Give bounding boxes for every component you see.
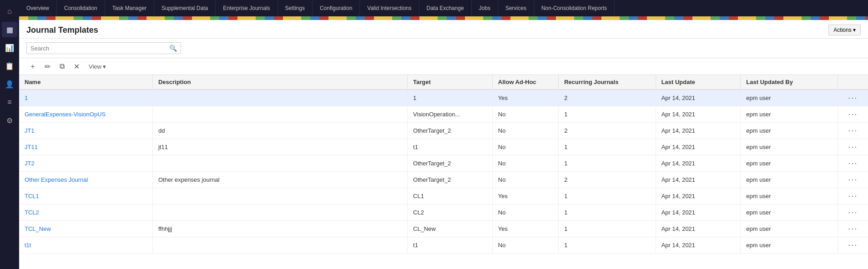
nav-consolidation[interactable]: Consolidation <box>57 0 105 16</box>
row-name-link[interactable]: Other Expenses Journal <box>25 176 88 183</box>
row-target: CL2 <box>408 204 493 221</box>
col-header-last-updated-by: Last Updated By <box>741 75 838 90</box>
row-name-link[interactable]: t1t <box>25 242 31 249</box>
sidebar-home-icon[interactable]: ⌂ <box>2 4 17 19</box>
table-row[interactable]: JT11jt11t1No1Apr 14, 2021epm user··· <box>19 139 868 155</box>
more-options-icon[interactable]: ··· <box>843 191 863 201</box>
row-name-link[interactable]: TCL1 <box>25 193 39 199</box>
add-button[interactable]: ＋ <box>26 60 39 73</box>
row-name-link[interactable]: 1 <box>25 95 28 101</box>
more-options-icon[interactable]: ··· <box>843 142 863 152</box>
table-row[interactable]: JT2OtherTarget_2No1Apr 14, 2021epm user·… <box>19 155 868 172</box>
row-description: dd <box>152 123 407 139</box>
row-allow-adhoc: No <box>492 123 558 139</box>
more-options-icon[interactable]: ··· <box>843 240 863 250</box>
more-options-icon[interactable]: ··· <box>843 224 863 234</box>
table-row[interactable]: t1tt1No1Apr 14, 2021epm user··· <box>19 237 868 254</box>
page-content: Journal Templates Actions ▾ 🔍 ＋ ✏ ⧉ ✕ Vi… <box>19 20 868 269</box>
table-row[interactable]: JT1ddOtherTarget_2No2Apr 14, 2021epm use… <box>19 123 868 139</box>
table-row[interactable]: TCL2CL2No1Apr 14, 2021epm user··· <box>19 204 868 221</box>
nav-settings[interactable]: Settings <box>278 0 313 16</box>
row-recurring-journals: 1 <box>559 221 656 237</box>
nav-non-consolidation-reports[interactable]: Non-Consolidation Reports <box>534 0 615 16</box>
table-row[interactable]: 11Yes2Apr 14, 2021epm user··· <box>19 90 868 106</box>
table-row[interactable]: GeneralExpenses-VisionOpUSVisionOperatio… <box>19 106 868 123</box>
more-options-icon[interactable]: ··· <box>843 208 863 217</box>
more-options-icon[interactable]: ··· <box>843 93 863 103</box>
row-name-link[interactable]: TCL2 <box>25 209 39 216</box>
nav-jobs[interactable]: Jobs <box>472 0 498 16</box>
row-more-actions[interactable]: ··· <box>838 237 868 254</box>
search-icon[interactable]: 🔍 <box>166 43 181 54</box>
view-dropdown[interactable]: View ▾ <box>85 61 110 72</box>
row-allow-adhoc: Yes <box>492 90 558 106</box>
row-recurring-journals: 2 <box>559 172 656 188</box>
row-allow-adhoc: No <box>492 139 558 155</box>
page-title: Journal Templates <box>26 25 98 35</box>
col-header-last-update: Last Update <box>656 75 741 90</box>
nav-overview[interactable]: Overview <box>19 0 57 16</box>
row-last-updated-by: epm user <box>741 188 838 204</box>
row-name-link[interactable]: JT1 <box>25 127 35 134</box>
row-last-update: Apr 14, 2021 <box>656 106 741 123</box>
row-description <box>152 204 407 221</box>
row-description: ffhhjjj <box>152 221 407 237</box>
row-more-actions[interactable]: ··· <box>838 221 868 237</box>
sidebar-grid-icon[interactable]: ▦ <box>2 22 17 37</box>
edit-button[interactable]: ✏ <box>41 60 54 73</box>
row-more-actions[interactable]: ··· <box>838 139 868 155</box>
row-allow-adhoc: No <box>492 106 558 123</box>
row-last-update: Apr 14, 2021 <box>656 172 741 188</box>
more-options-icon[interactable]: ··· <box>843 175 863 184</box>
row-last-updated-by: epm user <box>741 90 838 106</box>
row-description: Other expenses journal <box>152 172 407 188</box>
row-recurring-journals: 1 <box>559 106 656 123</box>
row-name-link[interactable]: GeneralExpenses-VisionOpUS <box>25 111 106 118</box>
row-recurring-journals: 1 <box>559 237 656 254</box>
row-name-link[interactable]: TCL_New <box>25 225 51 232</box>
table-row[interactable]: Other Expenses JournalOther expenses jou… <box>19 172 868 188</box>
sidebar-chart-icon[interactable]: 📊 <box>2 40 17 55</box>
nav-enterprise-journals[interactable]: Enterprise Journals <box>216 0 278 16</box>
more-options-icon[interactable]: ··· <box>843 110 863 119</box>
row-allow-adhoc: No <box>492 155 558 172</box>
copy-button[interactable]: ⧉ <box>56 60 68 73</box>
more-options-icon[interactable]: ··· <box>843 159 863 168</box>
row-more-actions[interactable]: ··· <box>838 90 868 106</box>
sidebar-settings-icon[interactable]: ⚙ <box>2 113 17 128</box>
row-name-link[interactable]: JT11 <box>25 144 38 150</box>
view-chevron-icon: ▾ <box>103 63 106 70</box>
nav-valid-intersections[interactable]: Valid Intersections <box>360 0 419 16</box>
table-row[interactable]: TCL_NewffhhjjjCL_NewYes1Apr 14, 2021epm … <box>19 221 868 237</box>
color-stripe <box>19 16 868 20</box>
nav-services[interactable]: Services <box>498 0 534 16</box>
row-target: VisionOperation... <box>408 106 493 123</box>
row-more-actions[interactable]: ··· <box>838 155 868 172</box>
row-more-actions[interactable]: ··· <box>838 172 868 188</box>
sidebar-list-icon[interactable]: ≡ <box>2 95 17 110</box>
actions-button[interactable]: Actions ▾ <box>828 25 861 35</box>
row-recurring-journals: 1 <box>559 204 656 221</box>
nav-configuration[interactable]: Configuration <box>313 0 360 16</box>
row-last-update: Apr 14, 2021 <box>656 123 741 139</box>
delete-button[interactable]: ✕ <box>70 60 83 73</box>
table-header-row: Name Description Target Allow Ad-Hoc Rec… <box>19 75 868 90</box>
row-more-actions[interactable]: ··· <box>838 204 868 221</box>
sidebar-book-icon[interactable]: 📋 <box>2 58 17 74</box>
row-recurring-journals: 2 <box>559 123 656 139</box>
row-last-update: Apr 14, 2021 <box>656 139 741 155</box>
row-name-link[interactable]: JT2 <box>25 160 35 167</box>
search-input[interactable] <box>27 43 166 54</box>
row-more-actions[interactable]: ··· <box>838 123 868 139</box>
row-description: jt11 <box>152 139 407 155</box>
nav-data-exchange[interactable]: Data Exchange <box>419 0 472 16</box>
table-row[interactable]: TCL1CL1Yes1Apr 14, 2021epm user··· <box>19 188 868 204</box>
nav-supplemental-data[interactable]: Supplemental Data <box>154 0 216 16</box>
row-more-actions[interactable]: ··· <box>838 188 868 204</box>
main-area: Overview Consolidation Task Manager Supp… <box>19 0 868 269</box>
more-options-icon[interactable]: ··· <box>843 126 863 135</box>
journal-templates-table: Name Description Target Allow Ad-Hoc Rec… <box>19 75 868 254</box>
nav-task-manager[interactable]: Task Manager <box>105 0 154 16</box>
sidebar-person-icon[interactable]: 👤 <box>2 76 17 92</box>
row-more-actions[interactable]: ··· <box>838 106 868 123</box>
